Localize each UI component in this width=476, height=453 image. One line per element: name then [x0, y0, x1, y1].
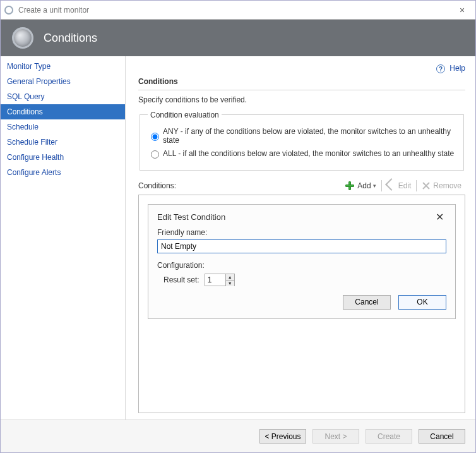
spin-down-icon[interactable]: ▼	[226, 281, 234, 286]
conditions-panel: Edit Test Condition ✕ Friendly name: Con…	[138, 195, 465, 413]
radio-any-row[interactable]: ANY - if any of the conditions below are…	[148, 127, 456, 145]
condition-evaluation-legend: Condition evaluation	[148, 111, 222, 119]
wizard-sidebar: Monitor Type General Properties SQL Quer…	[1, 56, 126, 420]
sidebar-item-conditions[interactable]: Conditions	[1, 104, 125, 119]
next-button[interactable]: Next >	[312, 429, 359, 444]
remove-button-label: Remove	[433, 181, 461, 190]
window-close-button[interactable]: ×	[453, 5, 472, 15]
dialog-cancel-button[interactable]: Cancel	[343, 295, 391, 310]
condition-evaluation-group: Condition evaluation ANY - if any of the…	[140, 111, 464, 171]
sidebar-item-general-properties[interactable]: General Properties	[1, 74, 125, 89]
sidebar-item-schedule-filter[interactable]: Schedule Filter	[1, 135, 125, 150]
help-link[interactable]: Help	[449, 64, 465, 73]
friendly-name-label: Friendly name:	[157, 228, 446, 237]
edit-button-label: Edit	[398, 181, 412, 190]
section-title: Conditions	[138, 77, 465, 86]
dialog-title: Edit Test Condition	[157, 212, 433, 222]
radio-all-label: ALL - if all the conditions below are vi…	[163, 149, 454, 158]
sidebar-item-configure-health[interactable]: Configure Health	[1, 150, 125, 165]
result-set-row: Result set: ▲ ▼	[164, 274, 446, 286]
conditions-toolbar: Conditions: Add ▾ Edit Remove	[138, 179, 465, 192]
section-divider	[138, 90, 465, 90]
friendly-name-field[interactable]	[157, 239, 446, 253]
sidebar-item-schedule[interactable]: Schedule	[1, 119, 125, 135]
titlebar: Create a unit monitor ×	[1, 1, 475, 20]
wizard-footer: < Previous Next > Create Cancel	[1, 420, 475, 452]
add-button[interactable]: Add ▾	[341, 179, 379, 192]
banner-title: Conditions	[44, 32, 97, 45]
add-button-label: Add	[357, 181, 371, 190]
radio-any[interactable]	[151, 133, 159, 141]
sidebar-item-sql-query[interactable]: SQL Query	[1, 89, 125, 104]
banner: Conditions	[1, 20, 475, 56]
dialog-button-row: Cancel OK	[157, 295, 446, 310]
spin-up-icon[interactable]: ▲	[226, 274, 234, 281]
radio-all-row[interactable]: ALL - if all the conditions below are vi…	[148, 148, 456, 159]
previous-button[interactable]: < Previous	[259, 429, 306, 444]
delete-icon	[422, 181, 431, 190]
help-icon: ?	[436, 64, 445, 73]
toolbar-separator	[381, 180, 382, 191]
result-set-stepper[interactable]: ▲ ▼	[205, 274, 235, 286]
configuration-label: Configuration:	[157, 261, 446, 270]
dialog-ok-button[interactable]: OK	[398, 295, 446, 310]
edit-button[interactable]: Edit	[383, 180, 415, 191]
conditions-label: Conditions:	[138, 181, 176, 190]
pencil-icon	[385, 178, 398, 191]
edit-condition-dialog: Edit Test Condition ✕ Friendly name: Con…	[148, 204, 456, 319]
body: Monitor Type General Properties SQL Quer…	[1, 56, 475, 420]
result-set-input[interactable]	[205, 274, 225, 286]
sidebar-item-monitor-type[interactable]: Monitor Type	[1, 59, 125, 74]
dialog-close-button[interactable]: ✕	[433, 211, 446, 223]
remove-button[interactable]: Remove	[418, 180, 465, 191]
app-icon	[4, 6, 13, 15]
toolbar-separator-2	[416, 180, 417, 191]
plus-icon	[345, 181, 355, 191]
sidebar-item-configure-alerts[interactable]: Configure Alerts	[1, 165, 125, 180]
chevron-down-icon: ▾	[373, 183, 376, 189]
window-title: Create a unit monitor	[18, 6, 453, 15]
create-button[interactable]: Create	[366, 429, 412, 444]
cancel-button[interactable]: Cancel	[419, 429, 465, 444]
wizard-window: Create a unit monitor × Conditions Monit…	[0, 0, 476, 453]
help-row: ? Help	[138, 64, 465, 73]
banner-icon	[12, 27, 33, 49]
result-set-label: Result set:	[164, 275, 199, 284]
radio-any-label: ANY - if any of the conditions below are…	[163, 127, 456, 145]
radio-all[interactable]	[151, 150, 159, 159]
section-subtext: Specify conditions to be verified.	[138, 95, 465, 104]
main-panel: ? Help Conditions Specify conditions to …	[126, 56, 475, 420]
